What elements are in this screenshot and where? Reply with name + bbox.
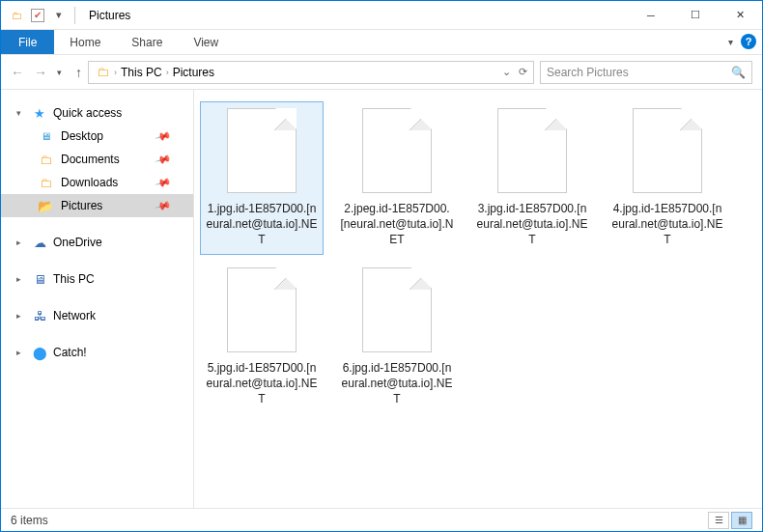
window-controls: ─ ☐ ✕ bbox=[629, 1, 762, 29]
breadcrumb-this-pc[interactable]: This PC bbox=[121, 66, 162, 79]
title-bar: 🗀 ✔ ▾ Pictures ─ ☐ ✕ bbox=[1, 1, 762, 30]
sidebar-item-label: This PC bbox=[53, 272, 95, 286]
file-name: 5.jpg.id-1E857D00.[neural.net@tuta.io].N… bbox=[205, 360, 319, 407]
quick-access-header[interactable]: ▾ ★ Quick access bbox=[1, 101, 193, 125]
sidebar-item-label: Catch! bbox=[53, 346, 87, 359]
icons-view-button[interactable]: ▦ bbox=[731, 512, 752, 529]
expand-icon: ▸ bbox=[16, 311, 26, 321]
sidebar-item-label: Pictures bbox=[61, 199, 102, 212]
explorer-body: ▾ ★ Quick access 🖥Desktop📌🗀Documents📌🗀Do… bbox=[1, 90, 762, 508]
maximize-button[interactable]: ☐ bbox=[673, 1, 718, 29]
file-item[interactable]: 3.jpg.id-1E857D00.[neural.net@tuta.io].N… bbox=[470, 101, 594, 255]
expand-icon: ▾ bbox=[16, 108, 26, 118]
refresh-icon[interactable]: ⟳ bbox=[519, 66, 527, 78]
file-name: 3.jpg.id-1E857D00.[neural.net@tuta.io].N… bbox=[475, 201, 589, 248]
quick-access-toolbar: 🗀 ✔ ▾ bbox=[1, 6, 85, 25]
breadcrumb-pictures[interactable]: Pictures bbox=[173, 66, 214, 79]
tab-home[interactable]: Home bbox=[54, 30, 116, 54]
folder-icon: 🗀 bbox=[95, 65, 110, 80]
ribbon-collapse-icon[interactable]: ▾ bbox=[728, 37, 733, 47]
sidebar-item-label: Desktop bbox=[61, 129, 103, 143]
file-item[interactable]: 1.jpg.id-1E857D00.[neural.net@tuta.io].N… bbox=[200, 101, 324, 255]
ribbon: File Home Share View ▾ ? bbox=[1, 30, 762, 55]
expand-icon: ▸ bbox=[16, 274, 26, 284]
breadcrumb: Pictures bbox=[173, 66, 214, 79]
qat-separator bbox=[74, 7, 75, 24]
cloud-icon: ☁ bbox=[32, 235, 47, 250]
history-dropdown[interactable]: ▾ bbox=[57, 68, 62, 77]
window-title: Pictures bbox=[85, 9, 629, 22]
pin-icon: 📌 bbox=[155, 127, 173, 145]
qat-properties[interactable]: ✔ bbox=[28, 6, 47, 25]
address-dropdown-icon[interactable]: ⌄ bbox=[502, 66, 511, 78]
sidebar-item-label: OneDrive bbox=[53, 236, 102, 249]
sidebar-item-downloads[interactable]: 🗀Downloads📌 bbox=[1, 171, 193, 194]
file-icon bbox=[633, 108, 702, 193]
app-icon: 🗀 bbox=[7, 6, 26, 25]
folder-icon: 🗀 bbox=[38, 152, 53, 167]
chevron-right-icon: › bbox=[114, 68, 117, 77]
folderopen-icon: 📂 bbox=[38, 198, 53, 213]
forward-button[interactable]: → bbox=[34, 65, 47, 80]
catch-icon: ⬤ bbox=[32, 345, 47, 360]
file-item[interactable]: 6.jpg.id-1E857D00.[neural.net@tuta.io].N… bbox=[335, 261, 459, 414]
close-button[interactable]: ✕ bbox=[718, 1, 762, 29]
file-item[interactable]: 2.jpeg.id-1E857D00.[neural.net@tuta.io].… bbox=[335, 101, 459, 255]
address-bar[interactable]: 🗀 › This PC › Pictures ⌄ ⟳ bbox=[88, 61, 534, 84]
sidebar-item-onedrive[interactable]: ▸☁OneDrive bbox=[1, 231, 193, 254]
pin-icon: 📌 bbox=[155, 197, 173, 214]
expand-icon: ▸ bbox=[16, 348, 26, 357]
search-input[interactable]: Search Pictures 🔍 bbox=[540, 61, 752, 84]
folder-icon: 🗀 bbox=[38, 175, 53, 190]
file-name: 2.jpeg.id-1E857D00.[neural.net@tuta.io].… bbox=[340, 201, 454, 248]
search-placeholder: Search Pictures bbox=[547, 66, 629, 79]
desktop-icon: 🖥 bbox=[38, 128, 53, 144]
file-name: 1.jpg.id-1E857D00.[neural.net@tuta.io].N… bbox=[205, 201, 319, 248]
file-item[interactable]: 4.jpg.id-1E857D00.[neural.net@tuta.io].N… bbox=[606, 101, 729, 255]
back-button[interactable]: ← bbox=[11, 65, 24, 80]
expand-icon: ▸ bbox=[16, 238, 26, 247]
tab-view[interactable]: View bbox=[178, 30, 234, 54]
chevron-right-icon: › bbox=[166, 68, 169, 77]
net-icon: 🖧 bbox=[32, 308, 47, 323]
file-item[interactable]: 5.jpg.id-1E857D00.[neural.net@tuta.io].N… bbox=[200, 261, 324, 414]
sidebar-item-this pc[interactable]: ▸🖥This PC bbox=[1, 267, 193, 291]
item-count: 6 items bbox=[11, 514, 48, 527]
file-grid: 1.jpg.id-1E857D00.[neural.net@tuta.io].N… bbox=[200, 101, 756, 413]
status-bar: 6 items ☰ ▦ bbox=[1, 508, 762, 531]
sidebar-item-documents[interactable]: 🗀Documents📌 bbox=[1, 148, 193, 171]
sidebar-item-label: Documents bbox=[61, 153, 120, 166]
up-button[interactable]: ↑ bbox=[75, 65, 82, 80]
quick-access-label: Quick access bbox=[53, 106, 122, 120]
breadcrumb: This PC bbox=[121, 66, 162, 79]
search-icon: 🔍 bbox=[731, 66, 746, 79]
file-icon bbox=[362, 267, 432, 352]
nav-bar: ← → ▾ ↑ 🗀 › This PC › Pictures ⌄ ⟳ Searc… bbox=[1, 55, 762, 90]
file-icon bbox=[362, 108, 432, 193]
file-name: 4.jpg.id-1E857D00.[neural.net@tuta.io].N… bbox=[610, 201, 724, 248]
file-name: 6.jpg.id-1E857D00.[neural.net@tuta.io].N… bbox=[340, 360, 454, 407]
navigation-pane: ▾ ★ Quick access 🖥Desktop📌🗀Documents📌🗀Do… bbox=[1, 90, 194, 508]
file-icon bbox=[227, 267, 297, 352]
file-tab[interactable]: File bbox=[1, 30, 54, 54]
content-area[interactable]: 1.jpg.id-1E857D00.[neural.net@tuta.io].N… bbox=[194, 90, 762, 508]
sidebar-item-pictures[interactable]: 📂Pictures📌 bbox=[1, 194, 193, 217]
minimize-button[interactable]: ─ bbox=[629, 1, 673, 29]
sidebar-item-label: Downloads bbox=[61, 176, 118, 189]
details-view-button[interactable]: ☰ bbox=[708, 512, 729, 529]
tab-share[interactable]: Share bbox=[116, 30, 178, 54]
star-icon: ★ bbox=[32, 105, 47, 121]
file-icon bbox=[227, 108, 297, 193]
file-icon bbox=[497, 108, 567, 193]
sidebar-item-label: Network bbox=[53, 309, 96, 322]
pin-icon: 📌 bbox=[155, 174, 173, 191]
qat-dropdown[interactable]: ▾ bbox=[49, 6, 69, 25]
sidebar-item-catch![interactable]: ▸⬤Catch! bbox=[1, 341, 193, 364]
sidebar-item-network[interactable]: ▸🖧Network bbox=[1, 304, 193, 327]
pc-icon: 🖥 bbox=[32, 271, 47, 287]
sidebar-item-desktop[interactable]: 🖥Desktop📌 bbox=[1, 125, 193, 148]
pin-icon: 📌 bbox=[155, 151, 173, 168]
help-icon[interactable]: ? bbox=[741, 34, 756, 49]
